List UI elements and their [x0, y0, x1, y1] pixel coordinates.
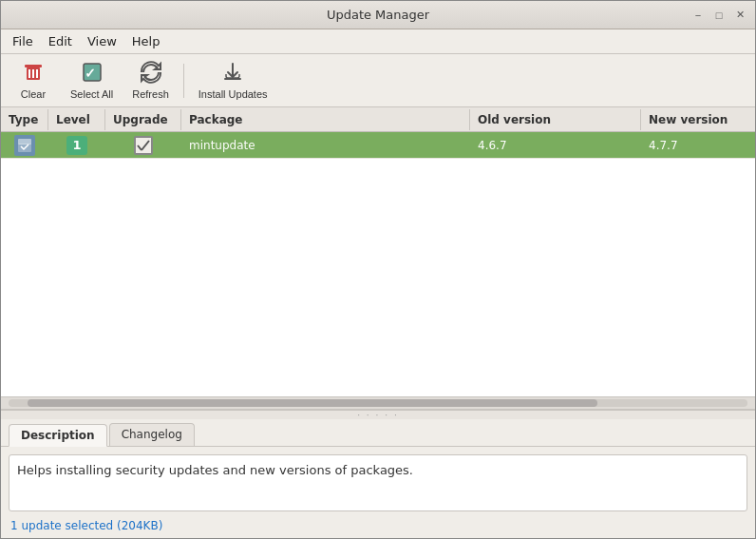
svg-text:✓: ✓	[85, 66, 96, 81]
tab-description[interactable]: Description	[9, 424, 107, 447]
toolbar: Clear ✓ Select All Refresh	[1, 54, 755, 107]
tabs-row: Description Changelog	[1, 419, 755, 447]
refresh-label: Refresh	[132, 88, 169, 100]
titlebar: Update Manager − □ ✕	[1, 1, 755, 29]
col-package: Package	[181, 109, 470, 130]
level-badge: 1	[66, 136, 87, 155]
select-all-button[interactable]: ✓ Select All	[62, 58, 122, 104]
svg-rect-9	[18, 139, 31, 144]
col-upgrade: Upgrade	[105, 109, 181, 130]
refresh-icon	[140, 61, 162, 87]
select-all-icon: ✓	[81, 61, 104, 87]
update-type-badge	[14, 135, 35, 156]
menu-help[interactable]: Help	[124, 32, 168, 50]
horizontal-scrollbar[interactable]	[1, 396, 755, 410]
install-updates-button[interactable]: Install Updates	[190, 58, 276, 104]
drag-handle[interactable]: · · · · ·	[1, 410, 755, 419]
description-text: Helps installing security updates and ne…	[17, 463, 413, 477]
menubar: File Edit View Help	[1, 29, 755, 54]
row-type-icon	[1, 132, 48, 160]
scrollbar-thumb[interactable]	[28, 399, 597, 407]
menu-file[interactable]: File	[5, 32, 41, 50]
col-new-version: New version	[641, 109, 755, 130]
row-old-version: 4.6.7	[470, 135, 641, 156]
install-icon	[221, 61, 244, 87]
col-old-version: Old version	[470, 109, 641, 130]
main-window: Update Manager − □ ✕ File Edit View Help	[0, 0, 756, 539]
minimize-button[interactable]: −	[690, 8, 706, 23]
menu-view[interactable]: View	[80, 32, 124, 50]
svg-rect-1	[27, 65, 31, 67]
maximize-button[interactable]: □	[711, 8, 727, 23]
table-row[interactable]: 1 mintupdate 4.6.7 4.7.7	[1, 132, 755, 159]
row-package: mintupdate	[181, 135, 470, 156]
table-body: 1 mintupdate 4.6.7 4.7.7	[1, 132, 755, 396]
content-area: Type Level Upgrade Package Old version N…	[1, 107, 755, 538]
row-new-version: 4.7.7	[641, 135, 755, 156]
upgrade-checkbox[interactable]	[134, 136, 153, 155]
window-controls: − □ ✕	[690, 8, 747, 23]
svg-line-11	[142, 141, 149, 150]
status-text: 1 update selected (204KB)	[10, 519, 162, 532]
col-type: Type	[1, 109, 48, 130]
refresh-button[interactable]: Refresh	[123, 58, 178, 104]
col-level: Level	[48, 109, 105, 130]
row-level: 1	[48, 132, 105, 159]
clear-icon	[22, 61, 45, 87]
svg-rect-4	[32, 69, 34, 78]
scrollbar-track[interactable]	[9, 399, 747, 407]
menu-edit[interactable]: Edit	[41, 32, 80, 50]
select-all-label: Select All	[70, 88, 113, 100]
row-upgrade[interactable]	[105, 132, 181, 159]
tab-changelog[interactable]: Changelog	[109, 423, 195, 446]
status-bar: 1 update selected (204KB)	[1, 515, 755, 538]
bottom-section: Description Changelog Helps installing s…	[1, 419, 755, 538]
clear-label: Clear	[21, 88, 46, 100]
install-updates-label: Install Updates	[198, 88, 268, 100]
clear-button[interactable]: Clear	[7, 58, 60, 104]
svg-rect-3	[28, 69, 30, 78]
description-box: Helps installing security updates and ne…	[9, 454, 747, 511]
table-header: Type Level Upgrade Package Old version N…	[1, 107, 755, 132]
toolbar-separator	[183, 64, 184, 98]
window-title: Update Manager	[327, 8, 429, 22]
updates-table: Type Level Upgrade Package Old version N…	[1, 107, 755, 396]
close-button[interactable]: ✕	[732, 8, 747, 23]
svg-rect-5	[36, 69, 38, 78]
